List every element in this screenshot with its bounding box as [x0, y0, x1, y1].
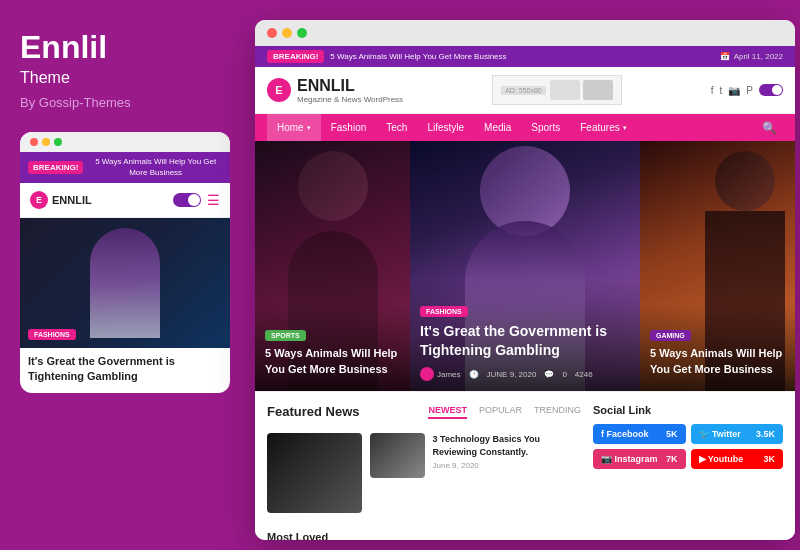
nav-item-features[interactable]: Features ▾ [570, 114, 636, 141]
hamburger-icon[interactable]: ☰ [207, 192, 220, 208]
search-icon[interactable]: 🔍 [756, 115, 783, 141]
article-overlay-right: GAMING 5 Ways Animals Will Help You Get … [640, 304, 795, 391]
social-link-title: Social Link [593, 404, 783, 416]
nav-features-label: Features [580, 122, 619, 133]
mobile-nav-bar: E ENNLIL ☰ [20, 183, 230, 218]
browser-window: BREAKING! 5 Ways Animals Will Help You G… [255, 20, 795, 540]
social-link-instagram[interactable]: 📷 Instagram 7K [593, 449, 686, 469]
site-logo-tagline: Megazine & News WordPress [297, 95, 403, 104]
dark-toggle-knob [772, 85, 782, 95]
article-comments: 0 [562, 370, 566, 379]
calendar-icon: 📅 [720, 52, 730, 61]
article-col-right: GAMING 5 Ways Animals Will Help You Get … [640, 141, 795, 391]
mobile-image-section: FASHIONS [20, 218, 230, 348]
mobile-logo-text: ENNLIL [52, 194, 92, 206]
dot-red [30, 138, 38, 146]
feat-thumb-1 [370, 433, 425, 478]
comment-icon: 💬 [544, 370, 554, 379]
ad-thumb-2 [583, 80, 613, 100]
article-headline-right[interactable]: 5 Ways Animals Will Help You Get More Bu… [650, 346, 785, 377]
article-badge-left: SPORTS [265, 330, 306, 341]
social-link-twitter[interactable]: 🐦 Twitter 3.5K [691, 424, 784, 444]
fb-count: 5K [666, 429, 678, 439]
brand-subtitle: Theme [20, 69, 230, 87]
nav-item-tech[interactable]: Tech [376, 114, 417, 141]
article-headline-left[interactable]: 5 Ways Animals Will Help You Get More Bu… [265, 346, 400, 377]
site-breaking-bar: BREAKING! 5 Ways Animals Will Help You G… [255, 46, 795, 67]
ig-count: 7K [666, 454, 678, 464]
pinterest-icon[interactable]: P [746, 85, 753, 96]
dark-mode-toggle[interactable] [173, 193, 201, 207]
nav-home-chevron: ▾ [307, 124, 311, 132]
browser-dot-red[interactable] [267, 28, 277, 38]
article-meta-center: James 🕐 JUNE 9, 2020 💬 0 4246 [420, 367, 630, 381]
site-social-icons: f t 📷 P [711, 84, 783, 96]
nav-sports-label: Sports [531, 122, 560, 133]
figure-head-right [715, 151, 775, 211]
bottom-row: Most Loved [255, 531, 795, 540]
site-dark-toggle[interactable] [759, 84, 783, 96]
social-link-youtube[interactable]: ▶ Youtube 3K [691, 449, 784, 469]
left-panel: Ennlil Theme By Gossip-Themes BREAKING! … [0, 0, 250, 550]
feat-content-1: 3 Technology Basics You Reviewing Consta… [433, 433, 581, 470]
twitter-icon[interactable]: t [720, 85, 723, 96]
featured-news: Featured News NEWEST POPULAR TRENDING 3 … [267, 404, 581, 519]
most-loved-title: Most Loved [267, 531, 328, 540]
featured-section: Featured News NEWEST POPULAR TRENDING 3 … [255, 391, 795, 531]
mobile-logo: E ENNLIL [30, 191, 92, 209]
brand-title: Ennlil [20, 30, 230, 65]
nav-item-home[interactable]: Home ▾ [267, 114, 321, 141]
content-grid: SPORTS 5 Ways Animals Will Help You Get … [255, 141, 795, 391]
article-badge-center: FASHIONS [420, 306, 468, 317]
figure-head-left [298, 151, 368, 221]
browser-titlebar [255, 20, 795, 46]
tab-newest[interactable]: NEWEST [428, 405, 467, 419]
breaking-left: BREAKING! 5 Ways Animals Will Help You G… [267, 50, 507, 63]
featured-title: Featured News [267, 404, 359, 419]
article-views: 4246 [575, 370, 593, 379]
social-link-facebook[interactable]: f Facebook 5K [593, 424, 686, 444]
nav-tech-label: Tech [386, 122, 407, 133]
ad-thumbnails [550, 80, 613, 100]
nav-home-label: Home [277, 122, 304, 133]
feat-title-1[interactable]: 3 Technology Basics You Reviewing Consta… [433, 433, 581, 458]
site-logo-text-group: ENNLIL Megazine & News WordPress [297, 77, 403, 104]
browser-dot-green[interactable] [297, 28, 307, 38]
site-logo-text: ENNLIL [297, 77, 403, 95]
article-badge-right: GAMING [650, 330, 691, 341]
site-ad-banner: AD: 550x80 [492, 75, 622, 105]
facebook-icon[interactable]: f [711, 85, 714, 96]
ad-thumb-1 [550, 80, 580, 100]
article-headline-center[interactable]: It's Great the Government is Tightening … [420, 322, 630, 361]
nav-item-fashion[interactable]: Fashion [321, 114, 377, 141]
site-breaking-text: 5 Ways Animals Will Help You Get More Bu… [330, 52, 506, 61]
mobile-breaking-badge: BREAKING! [28, 161, 83, 174]
nav-item-media[interactable]: Media [474, 114, 521, 141]
toggle-knob [188, 194, 200, 206]
nav-media-label: Media [484, 122, 511, 133]
mobile-card-titlebar [20, 132, 230, 152]
social-links-grid: f Facebook 5K 🐦 Twitter 3.5K 📷 Instagram… [593, 424, 783, 469]
brand-by: By Gossip-Themes [20, 95, 230, 110]
mobile-breaking-text: 5 Ways Animals Will Help You Get More Bu… [89, 157, 222, 178]
article-col-left: SPORTS 5 Ways Animals Will Help You Get … [255, 141, 410, 391]
clock-icon: 🕐 [469, 370, 479, 379]
site-date: 📅 April 11, 2022 [720, 52, 783, 61]
browser-dot-yellow[interactable] [282, 28, 292, 38]
ad-label: AD: 550x80 [501, 86, 546, 95]
featured-tabs: NEWEST POPULAR TRENDING [428, 405, 581, 419]
nav-item-lifestyle[interactable]: Lifestyle [417, 114, 474, 141]
tab-popular[interactable]: POPULAR [479, 405, 522, 419]
nav-item-sports[interactable]: Sports [521, 114, 570, 141]
tab-trending[interactable]: TRENDING [534, 405, 581, 419]
feat-article-1: 3 Technology Basics You Reviewing Consta… [370, 433, 581, 519]
feat-large-thumb [267, 433, 362, 513]
article-date: JUNE 9, 2020 [487, 370, 537, 379]
author-name: James [437, 370, 461, 379]
instagram-icon[interactable]: 📷 [728, 85, 740, 96]
article-overlay-center: FASHIONS It's Great the Government is Ti… [410, 280, 640, 391]
mobile-logo-icon: E [30, 191, 48, 209]
dot-green [54, 138, 62, 146]
mobile-breaking-bar: BREAKING! 5 Ways Animals Will Help You G… [20, 152, 230, 183]
fb-label: f Facebook [601, 429, 649, 439]
